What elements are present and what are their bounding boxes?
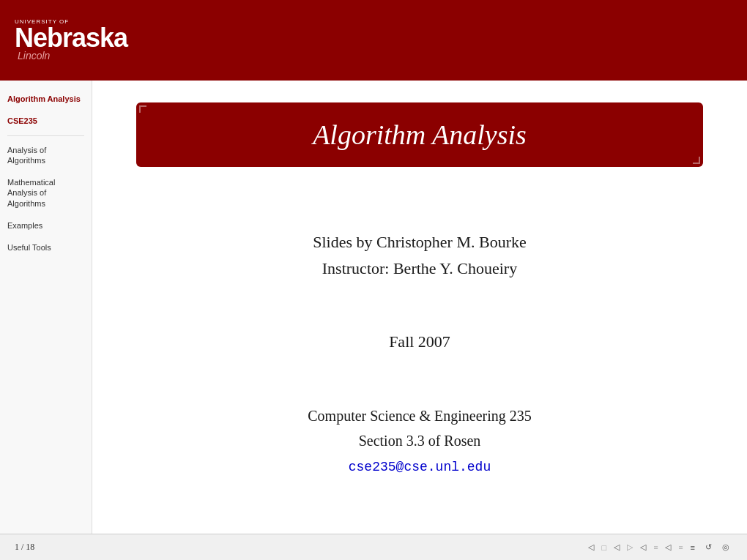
sidebar-item-useful-tools[interactable]: Useful Tools — [0, 236, 92, 258]
nav-list2-button[interactable]: ◁ — [662, 541, 674, 553]
nav-refresh-button[interactable]: ↺ — [702, 541, 715, 553]
sidebar: Algorithm Analysis CSE235 Analysis of Al… — [0, 81, 92, 534]
banner-corner-br — [693, 157, 700, 164]
course-info: Computer Science & Engineering 235 Secti… — [308, 403, 531, 479]
course-line2: Section 3.3 of Rosen — [308, 428, 531, 453]
nav-list1-button[interactable]: ◁ — [637, 541, 649, 553]
sidebar-item-cse235[interactable]: CSE235 — [0, 110, 92, 132]
nav-first-button[interactable]: ◁ — [585, 541, 597, 553]
semester-info: Fall 2007 — [389, 332, 450, 351]
course-line1: Computer Science & Engineering 235 — [308, 403, 531, 428]
nav-sep-3: ≡ — [653, 543, 658, 552]
nav-sep-2: ▷ — [627, 542, 633, 552]
footer-nav[interactable]: ◁ □ ◁ ▷ ◁ ≡ ◁ ≡ ≡ ↺ ◎ — [585, 541, 732, 553]
author-line2: Instructor: Berthe Y. Choueiry — [313, 255, 527, 281]
nav-prev-button[interactable]: ◁ — [611, 541, 622, 553]
nav-sep-4: ≡ — [678, 543, 683, 552]
banner-corner-tl — [139, 105, 146, 113]
footer: 1 / 18 ◁ □ ◁ ▷ ◁ ≡ ◁ ≡ ≡ ↺ ◎ — [0, 534, 747, 560]
author-info: Slides by Christopher M. Bourke Instruct… — [313, 229, 527, 280]
lincoln-text: Lincoln — [18, 50, 50, 61]
sidebar-divider-1 — [7, 135, 84, 136]
content-area: Algorithm Analysis Slides by Christopher… — [92, 81, 747, 534]
nav-sep-1: □ — [601, 543, 606, 552]
nebraska-text: Nebraska — [15, 25, 127, 51]
title-banner: Algorithm Analysis — [136, 102, 703, 167]
slide-title: Algorithm Analysis — [166, 119, 674, 151]
header-bar: UNIVERSITY OF Nebraska Lincoln — [0, 0, 747, 81]
sidebar-item-examples[interactable]: Examples — [0, 214, 92, 236]
nav-settings-button[interactable]: ◎ — [719, 541, 732, 553]
main-wrapper: Algorithm Analysis CSE235 Analysis of Al… — [0, 81, 747, 534]
sidebar-item-analysis-of-algorithms[interactable]: Analysis of Algorithms — [0, 139, 92, 172]
nav-menu-button[interactable]: ≡ — [688, 542, 698, 553]
sidebar-item-mathematical-analysis[interactable]: Mathematical Analysis of Algorithms — [0, 171, 92, 214]
page-number: 1 / 18 — [15, 542, 34, 552]
email-link[interactable]: cse235@cse.unl.edu — [349, 460, 491, 474]
logo-area: UNIVERSITY OF Nebraska Lincoln — [15, 19, 127, 61]
footer-sidebar: 1 / 18 — [7, 542, 100, 553]
slide-content: Slides by Christopher M. Bourke Instruct… — [136, 196, 703, 512]
author-line1: Slides by Christopher M. Bourke — [313, 229, 527, 255]
sidebar-item-algorithm-analysis[interactable]: Algorithm Analysis — [0, 88, 92, 110]
